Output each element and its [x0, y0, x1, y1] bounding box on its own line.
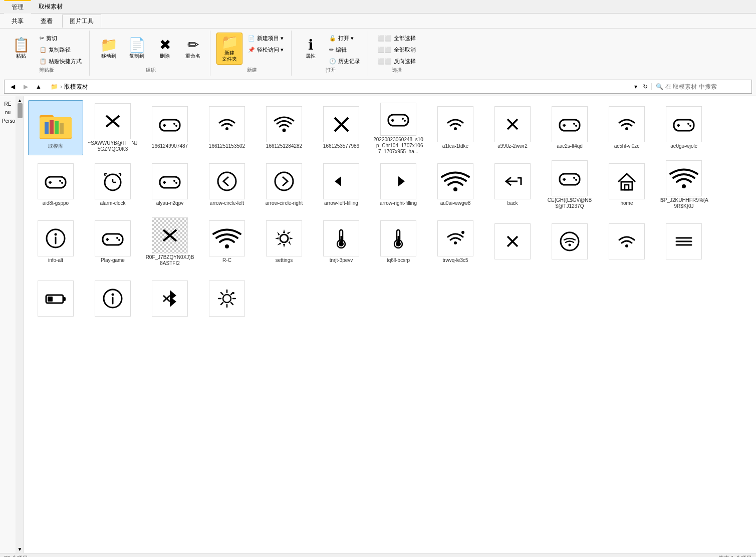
- file-icon-bg: [266, 220, 302, 256]
- subtab-picture-tools[interactable]: 图片工具: [62, 15, 101, 28]
- file-item-sun-row5[interactable]: [199, 271, 255, 327]
- paste-button[interactable]: 📋 粘贴: [8, 33, 34, 65]
- file-item-a990z[interactable]: a990z-2wwr2: [485, 100, 540, 155]
- tab-manage[interactable]: 管理: [4, 0, 31, 14]
- svg-marker-90: [170, 290, 176, 307]
- deselect-all-button[interactable]: ⬜⬜ 全部取消: [374, 44, 419, 55]
- paste-label: 粘贴: [16, 53, 26, 59]
- file-item-bluetooth-row5[interactable]: [485, 214, 540, 269]
- svg-line-97: [231, 303, 233, 305]
- file-item-a1tca[interactable]: a1tca-1tdke: [428, 100, 483, 155]
- file-label: aid8t-gsppo: [43, 200, 69, 206]
- scroll-up-button[interactable]: ▲: [17, 97, 23, 103]
- forward-nav-button[interactable]: ▶: [20, 81, 32, 93]
- new-group: 📁 新建文件夹 📄 新建项目 ▾ 📌 轻松访问 ▾ 新建: [212, 31, 292, 76]
- svg-line-99: [221, 303, 223, 305]
- file-item-r0f[interactable]: R0F_J7BZQYN0XJ)B8ASTFI2: [142, 214, 197, 269]
- file-item-alarm-clock[interactable]: alarm-clock: [85, 157, 140, 212]
- organize-label: 组织: [92, 67, 210, 74]
- file-item-arrow-circle-right[interactable]: arrow-circle-right: [257, 157, 312, 212]
- file-item-isp[interactable]: I$P_J2KUHHFR9%{A9R$K}0J: [656, 157, 711, 212]
- move-button[interactable]: 📁 移动到: [96, 33, 122, 65]
- file-item-back[interactable]: back: [485, 157, 540, 212]
- file-item-aid8t[interactable]: aid8t-gsppo: [28, 157, 83, 212]
- address-path[interactable]: 📁 › 取模素材: [47, 83, 632, 91]
- file-item-166125357[interactable]: 1661253577986: [314, 100, 369, 155]
- history-button[interactable]: 🕐 历史记录: [326, 56, 364, 67]
- file-item-wifi-row5[interactable]: [542, 214, 597, 269]
- sidebar-pin-perso[interactable]: Perso: [1, 117, 15, 125]
- file-label: 1661251153502: [209, 143, 245, 149]
- svg-point-11: [173, 123, 175, 125]
- file-item-tq6ll[interactable]: tq6ll-bcsrp: [371, 214, 426, 269]
- file-item-bluetooth-filled-row5[interactable]: [142, 271, 197, 327]
- file-item-settings[interactable]: settings: [257, 214, 312, 269]
- file-item-1661249[interactable]: 1661249907487: [142, 100, 197, 155]
- file-item-qumo-library[interactable]: 取模库: [28, 100, 83, 155]
- file-icon-bg: [494, 106, 531, 142]
- file-icon-bg: [209, 106, 245, 142]
- sidebar-pin-re[interactable]: RE: [1, 100, 15, 108]
- scroll-thumb[interactable]: [18, 103, 23, 118]
- file-item-alyau[interactable]: alyau-n2qpv: [142, 157, 197, 212]
- svg-point-100: [232, 292, 234, 294]
- invert-select-button[interactable]: ⬜⬜ 反向选择: [374, 56, 419, 67]
- file-item-aac2s[interactable]: aac2s-lt4qd: [542, 100, 597, 155]
- open-button[interactable]: 🔓 打开 ▾: [326, 33, 364, 44]
- subtab-view[interactable]: 查看: [33, 15, 60, 28]
- copy-path-button[interactable]: 📋 复制路径: [36, 44, 85, 55]
- file-label: alarm-clock: [100, 200, 125, 206]
- new-folder-button[interactable]: 📁 新建文件夹: [216, 33, 242, 65]
- up-nav-button[interactable]: ▲: [33, 81, 45, 93]
- file-item-info-alt[interactable]: info-alt: [28, 214, 83, 269]
- file-item-trwvq[interactable]: trwvq-le3c5: [428, 214, 483, 269]
- file-label: 1661249907487: [152, 143, 188, 149]
- file-label: 取模库: [48, 143, 63, 149]
- file-item-au0ai[interactable]: au0ai-wwgw8: [428, 157, 483, 212]
- paste-shortcut-button[interactable]: 📋 粘贴快捷方式: [36, 56, 85, 67]
- new-item-button[interactable]: 📄 新建项目 ▾: [244, 33, 287, 44]
- file-icon-bg: [666, 106, 702, 142]
- file-item-wifitiny-row5[interactable]: [599, 214, 654, 269]
- delete-button[interactable]: ✖ 删除: [152, 33, 178, 65]
- search-input[interactable]: [665, 83, 745, 90]
- file-item-ac5hf[interactable]: ac5hf-vi0zc: [599, 100, 654, 155]
- file-label: home: [620, 200, 633, 206]
- file-item-16612512842[interactable]: 1661251284282: [257, 100, 312, 155]
- file-item-16612511535[interactable]: 1661251153502: [199, 100, 255, 155]
- tab-qumo[interactable]: 取模素材: [31, 0, 70, 14]
- cut-button[interactable]: ✂ 剪切: [36, 33, 85, 44]
- copy-button[interactable]: 📄 复制到: [124, 33, 150, 65]
- refresh-button[interactable]: ↻: [639, 81, 651, 93]
- file-item-battery-row5[interactable]: [28, 271, 83, 327]
- file-label: ~SAWWUYB@TFFNJ5GZMQC0K3: [88, 140, 138, 152]
- subtab-share[interactable]: 共享: [4, 15, 31, 28]
- path-dropdown-button[interactable]: ▾: [632, 83, 639, 90]
- file-item-home[interactable]: home: [599, 157, 654, 212]
- select-all-button[interactable]: ⬜⬜ 全部选择: [374, 33, 419, 44]
- file-label: alyau-n2qpv: [156, 200, 183, 206]
- file-item-menu-row5[interactable]: [656, 214, 711, 269]
- file-item-20220823[interactable]: 20220823060248_s10_p_Chr104_1707x1067_17…: [371, 100, 426, 155]
- back-nav-button[interactable]: ◀: [7, 81, 19, 93]
- paste-icon: 📋: [13, 38, 30, 52]
- file-item-arrow-right-filling[interactable]: arrow-right-filling: [371, 157, 426, 212]
- file-item-tnrjt[interactable]: tnrjt-3pevv: [314, 214, 369, 269]
- file-item-arrow-left-filling[interactable]: arrow-left-filling: [314, 157, 369, 212]
- rename-button[interactable]: ✏ 重命名: [180, 33, 206, 65]
- history-label: 历史记录: [338, 58, 360, 65]
- properties-button[interactable]: ℹ 属性: [298, 33, 324, 65]
- edit-button[interactable]: ✏ 编辑: [326, 44, 364, 55]
- file-item-rc[interactable]: R-C: [199, 214, 255, 269]
- svg-point-79: [569, 244, 571, 246]
- file-item-arrow-circle-left[interactable]: arrow-circle-left: [199, 157, 255, 212]
- file-item-ce-gh[interactable]: CE{GH({L$GV@NB$@TJ1237Q: [542, 157, 597, 212]
- file-item-info-row5[interactable]: [85, 271, 140, 327]
- scroll-down-button[interactable]: ▼: [17, 546, 23, 552]
- sidebar-pin-nu[interactable]: nu: [1, 109, 15, 116]
- easy-access-button[interactable]: 📌 轻松访问 ▾: [244, 44, 287, 55]
- file-label: tnrjt-3pevv: [330, 257, 353, 263]
- file-item-ae0gu[interactable]: ae0gu-wjolc: [656, 100, 711, 155]
- file-item-play-game[interactable]: Play-game: [85, 214, 140, 269]
- file-item-sawwuyb[interactable]: ~SAWWUYB@TFFNJ5GZMQC0K3: [85, 100, 140, 155]
